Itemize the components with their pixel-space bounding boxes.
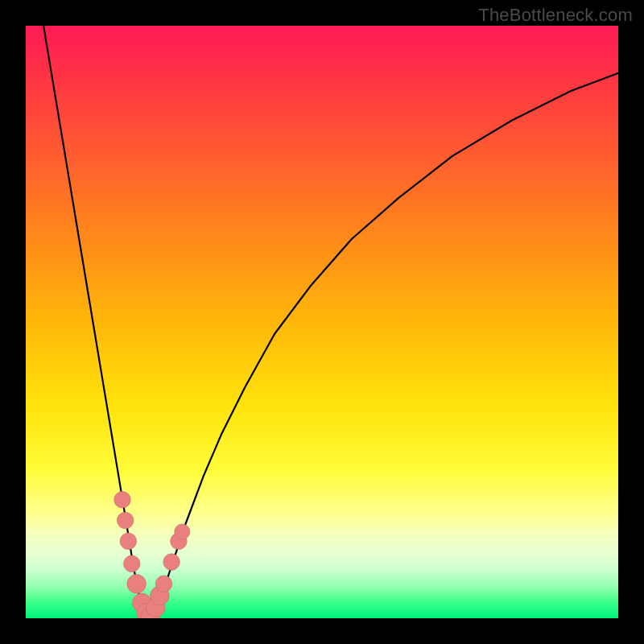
watermark-text: TheBottleneck.com bbox=[478, 5, 633, 26]
curve-marker bbox=[123, 555, 140, 572]
plot-area bbox=[26, 26, 618, 618]
chart-svg bbox=[26, 26, 618, 618]
bottleneck-curve bbox=[43, 26, 618, 618]
curve-marker bbox=[155, 576, 172, 592]
curve-marker bbox=[114, 492, 131, 509]
curve-marker bbox=[175, 524, 190, 539]
curve-markers bbox=[114, 492, 190, 619]
curve-marker bbox=[120, 533, 137, 550]
curve-marker bbox=[117, 512, 134, 529]
curve-marker bbox=[163, 554, 180, 571]
chart-frame: TheBottleneck.com bbox=[0, 0, 644, 644]
curve-marker bbox=[127, 575, 147, 594]
